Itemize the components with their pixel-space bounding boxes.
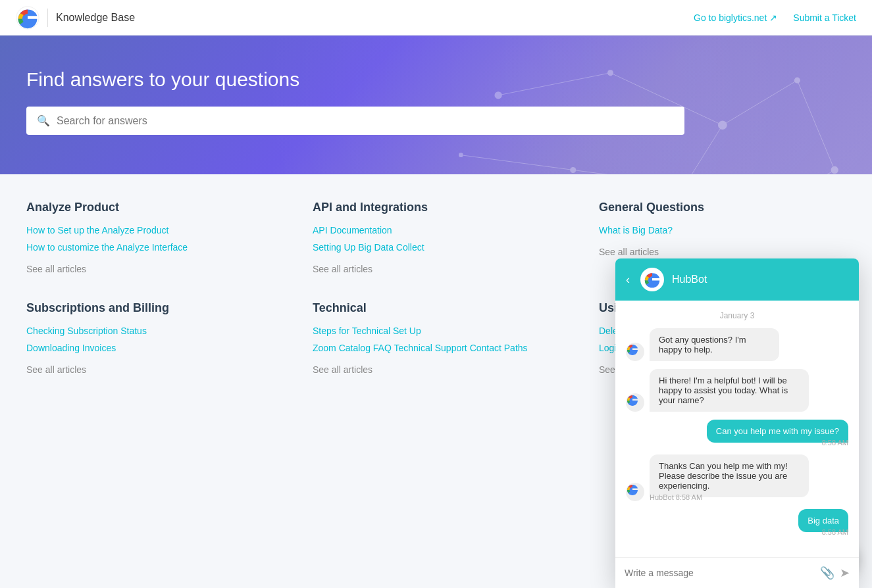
hero-network-decoration — [349, 36, 872, 174]
chat-bot-row-avatar — [626, 393, 644, 402]
category-links-technical: Steps for Technical Set UpZoom Catalog F… — [313, 326, 559, 353]
submit-ticket-link[interactable]: Submit a Ticket — [793, 12, 856, 23]
chat-header: ‹ HubBot — [615, 258, 859, 301]
chat-body: January 3 Got any questions? I'm happy t… — [615, 301, 859, 402]
chat-message-row: Got any questions? I'm happy to help. — [626, 328, 848, 361]
category-article-link[interactable]: API Documentation — [313, 225, 559, 235]
category-article-link[interactable]: Checking Subscription Status — [26, 326, 273, 336]
chat-bubble-bot: Hi there! I'm a helpful bot! I will be h… — [650, 369, 809, 402]
see-all-technical[interactable]: See all articles — [313, 364, 372, 375]
search-input[interactable] — [57, 115, 674, 127]
header-divider — [47, 9, 48, 27]
svg-line-13 — [685, 125, 723, 174]
see-all-api-integrations[interactable]: See all articles — [313, 264, 372, 274]
biglytics-link[interactable]: Go to biglytics.net ↗ — [694, 12, 777, 23]
category-links-general-questions: What is Big Data? — [599, 225, 846, 235]
svg-line-18 — [797, 80, 834, 170]
category-article-link[interactable]: How to customize the Analyze Interface — [26, 242, 273, 253]
category-article-link[interactable]: How to Set up the Analyze Product — [26, 225, 273, 235]
hero-section: Find answers to your questions 🔍 — [0, 36, 872, 174]
chat-back-button[interactable]: ‹ — [626, 273, 630, 287]
chat-bubble-bot: Got any questions? I'm happy to help. — [650, 328, 779, 361]
category-article-link[interactable]: Steps for Technical Set Up — [313, 326, 559, 336]
chat-bot-name: HubBot — [672, 274, 707, 285]
category-subscriptions-billing: Subscriptions and BillingChecking Subscr… — [26, 301, 273, 376]
chat-message-row: Hi there! I'm a helpful bot! I will be h… — [626, 369, 848, 402]
header-left: Knowledge Base — [16, 6, 135, 30]
see-all-analyze-product[interactable]: See all articles — [26, 264, 86, 274]
header-title: Knowledge Base — [56, 12, 135, 24]
category-title-technical: Technical — [313, 301, 559, 315]
category-links-api-integrations: API DocumentationSetting Up Big Data Col… — [313, 225, 559, 253]
svg-line-15 — [461, 155, 573, 170]
category-title-api-integrations: API and Integrations — [313, 201, 559, 214]
see-all-general-questions[interactable]: See all articles — [599, 247, 659, 257]
category-article-link[interactable]: Zoom Catalog FAQ Technical Support Conta… — [313, 343, 559, 353]
category-article-link[interactable]: What is Big Data? — [599, 225, 846, 235]
search-icon: 🔍 — [37, 114, 50, 127]
category-analyze-product: Analyze ProductHow to Set up the Analyze… — [26, 201, 273, 275]
chat-bot-avatar — [640, 268, 664, 291]
svg-point-1 — [494, 91, 501, 99]
category-links-analyze-product: How to Set up the Analyze ProductHow to … — [26, 225, 273, 253]
external-link-icon: ↗ — [769, 12, 777, 23]
category-links-subscriptions-billing: Checking Subscription StatusDownloading … — [26, 326, 273, 353]
category-technical: TechnicalSteps for Technical Set UpZoom … — [313, 301, 559, 376]
chat-widget: ‹ HubBot January 3 Got any questions? I'… — [615, 258, 859, 402]
category-title-subscriptions-billing: Subscriptions and Billing — [26, 301, 273, 315]
see-all-subscriptions-billing[interactable]: See all articles — [26, 364, 86, 375]
header-right: Go to biglytics.net ↗ Submit a Ticket — [694, 12, 856, 23]
hero-heading: Find answers to your questions — [26, 68, 846, 91]
header: Knowledge Base Go to biglytics.net ↗ Sub… — [0, 0, 872, 36]
logo-icon — [16, 6, 39, 30]
category-title-analyze-product: Analyze Product — [26, 201, 273, 214]
category-article-link[interactable]: Downloading Invoices — [26, 343, 273, 353]
category-title-general-questions: General Questions — [599, 201, 846, 214]
svg-line-17 — [760, 170, 835, 174]
category-api-integrations: API and IntegrationsAPI DocumentationSet… — [313, 201, 559, 275]
chat-bot-row-avatar — [626, 343, 644, 361]
search-bar: 🔍 — [26, 107, 684, 135]
category-article-link[interactable]: Setting Up Big Data Collect — [313, 242, 559, 253]
svg-line-14 — [573, 170, 685, 174]
chat-date-label: January 3 — [626, 311, 848, 320]
